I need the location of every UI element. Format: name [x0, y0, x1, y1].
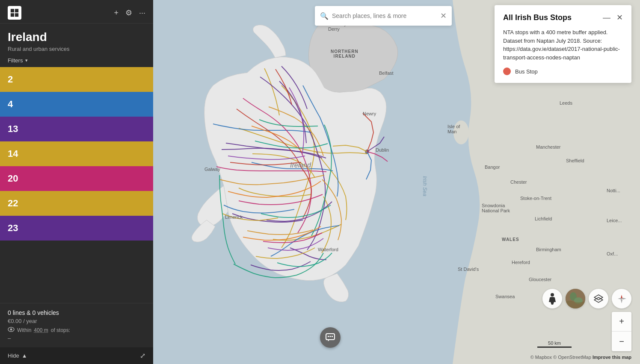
person-button[interactable]: [542, 289, 562, 308]
header-icons: + ⚙ ···: [114, 8, 145, 18]
svg-point-7: [453, 120, 469, 144]
mapbox-attribution: © Mapbox © OpenStreetMap: [530, 355, 591, 360]
bus-stop-label: Bus Stop: [515, 68, 538, 75]
route-number: 2: [8, 74, 13, 85]
panel-header-icons: — ✕: [603, 13, 623, 22]
improve-map-link[interactable]: Improve this map: [593, 355, 631, 360]
sidebar-footer: 0 lines & 0 vehicles €0.00 / year Within…: [0, 303, 153, 347]
panel-minimize-icon[interactable]: —: [603, 13, 610, 22]
of-stops-label: of stops:: [51, 327, 70, 333]
distance-value: 400 m: [34, 327, 48, 333]
info-panel-body: NTA stops with a 400 metre buffer applie…: [503, 28, 623, 62]
svg-rect-1: [15, 9, 18, 12]
zoom-out-button[interactable]: −: [612, 332, 631, 351]
settings-icon[interactable]: ⚙: [125, 8, 132, 18]
sidebar-bottom-bar: Hide ▲ ⤢: [0, 347, 153, 364]
map-controls: + −: [542, 289, 631, 351]
hide-label: Hide: [8, 352, 19, 359]
hide-chevron-icon: ▲: [22, 352, 27, 359]
app-title: Ireland: [8, 30, 145, 44]
svg-marker-21: [618, 298, 622, 299]
map-area: Londonderry/Derry NORTHERNIRELAND Belfas…: [153, 0, 640, 364]
route-item[interactable]: 22: [0, 191, 153, 216]
add-icon[interactable]: +: [114, 9, 119, 18]
eye-icon: [8, 327, 15, 333]
map-style-button[interactable]: [566, 289, 585, 308]
app-subtitle: Rural and urban services: [8, 46, 145, 52]
app-logo[interactable]: [8, 6, 21, 20]
bus-stop-dot: [503, 68, 511, 75]
route-item[interactable]: 23: [0, 216, 153, 241]
within-stops: Within 400 m of stops:: [8, 327, 145, 333]
info-panel: All Irish Bus Stops — ✕ NTA stops with a…: [495, 5, 631, 83]
within-label: Within: [17, 327, 31, 333]
lines-vehicles-stat: 0 lines & 0 vehicles: [8, 309, 145, 316]
ctrl-row-icons: [542, 289, 631, 308]
route-list: 241314202223: [0, 67, 153, 303]
svg-rect-3: [15, 13, 18, 17]
panel-close-icon[interactable]: ✕: [616, 13, 623, 22]
svg-rect-10: [328, 336, 329, 337]
route-number: 14: [8, 148, 18, 159]
route-number: 22: [8, 198, 18, 209]
footer-dash: –: [8, 335, 145, 341]
zoom-in-button[interactable]: +: [612, 312, 631, 332]
expand-icon[interactable]: ⤢: [140, 352, 145, 360]
filters-row[interactable]: Filters ▾: [8, 57, 145, 64]
svg-point-5: [10, 329, 12, 331]
route-item[interactable]: 4: [0, 92, 153, 117]
route-item[interactable]: 2: [0, 67, 153, 92]
route-item[interactable]: 13: [0, 117, 153, 141]
sidebar-header: + ⚙ ···: [0, 0, 153, 23]
route-number: 4: [8, 99, 13, 110]
filters-chevron-icon: ▾: [25, 58, 28, 63]
layers-button[interactable]: [589, 289, 608, 308]
zoom-controls: + −: [612, 312, 631, 351]
route-number: 23: [8, 223, 18, 234]
search-input[interactable]: [332, 12, 437, 19]
attribution: © Mapbox © OpenStreetMap Improve this ma…: [530, 355, 631, 360]
chat-button[interactable]: [320, 327, 341, 348]
info-panel-header: All Irish Bus Stops — ✕: [503, 13, 623, 22]
svg-point-13: [551, 293, 554, 296]
more-icon[interactable]: ···: [139, 9, 145, 18]
sidebar-title-area: Ireland Rural and urban services Filters…: [0, 23, 153, 67]
hide-button[interactable]: Hide ▲: [8, 352, 27, 359]
search-bar: 🔍 ✕: [315, 6, 452, 26]
compass-button[interactable]: [612, 289, 631, 308]
svg-rect-2: [11, 13, 14, 17]
svg-rect-12: [332, 336, 333, 337]
info-panel-title: All Irish Bus Stops: [503, 13, 572, 22]
svg-rect-11: [330, 336, 331, 337]
search-close-icon[interactable]: ✕: [440, 11, 447, 21]
route-item[interactable]: 14: [0, 141, 153, 166]
search-icon: 🔍: [320, 12, 329, 20]
route-number: 13: [8, 123, 18, 135]
svg-rect-0: [11, 9, 14, 12]
route-item[interactable]: 20: [0, 166, 153, 191]
sidebar: + ⚙ ··· Ireland Rural and urban services…: [0, 0, 153, 364]
svg-marker-22: [622, 298, 626, 299]
route-number: 20: [8, 173, 18, 184]
svg-marker-20: [621, 299, 622, 303]
cost-stat: €0.00 / year: [8, 318, 145, 324]
filters-label: Filters: [8, 57, 23, 64]
info-panel-legend: Bus Stop: [503, 68, 623, 75]
